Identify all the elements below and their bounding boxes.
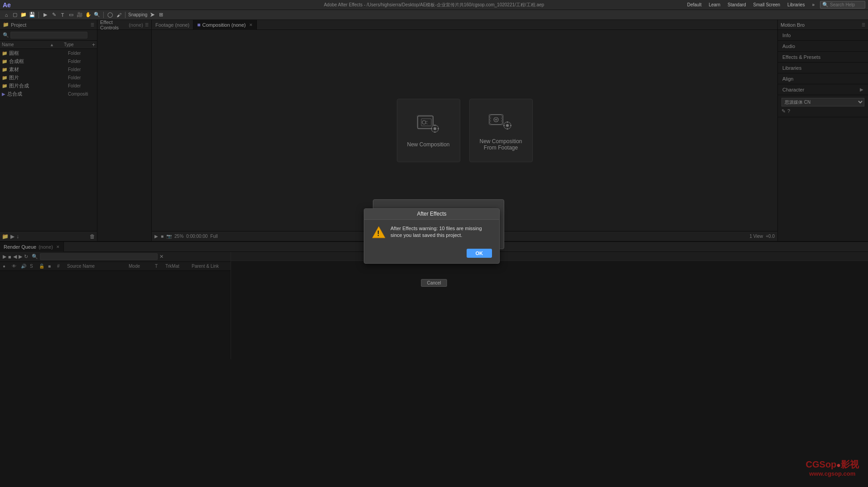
- divider-1: [39, 12, 39, 18]
- dialog-overlay: Open Project After Effects ! After Effec…: [0, 20, 868, 487]
- svg-text:!: !: [377, 230, 379, 237]
- brush-icon[interactable]: 🖌: [115, 11, 122, 19]
- cancel-area: Cancel: [421, 280, 447, 285]
- workspace-learn[interactable]: Learn: [707, 2, 722, 8]
- workspace-standard[interactable]: Standard: [726, 2, 748, 8]
- divider-3: [125, 12, 125, 18]
- warning-icon: !: [371, 225, 386, 240]
- search-icon: 🔍: [822, 2, 829, 8]
- camera-icon[interactable]: 🎥: [76, 11, 83, 19]
- workspace-area: Default Learn Standard Small Screen Libr…: [685, 1, 865, 9]
- search-bar[interactable]: 🔍: [820, 1, 865, 9]
- ae-dialog-title: After Effects: [417, 211, 446, 217]
- toolbar: ⌂ ▢ 📁 💾 ▶ ✎ T ▭ 🎥 ✋ 🔍 ◯ 🖌 Snapping ⮞ ⊞: [0, 10, 868, 20]
- snap-toggle[interactable]: ⮞: [149, 11, 156, 19]
- home-icon[interactable]: ⌂: [3, 11, 10, 19]
- snapping-label: Snapping: [128, 12, 147, 17]
- ok-button[interactable]: OK: [467, 249, 492, 258]
- ae-dialog-body: ! After Effects warning: 10 files are mi…: [364, 220, 499, 245]
- app-logo-icon: Ae: [3, 1, 11, 9]
- divider-2: [103, 12, 104, 18]
- ae-dialog-titlebar: After Effects: [364, 209, 499, 220]
- workspace-overflow[interactable]: »: [810, 2, 816, 8]
- shape-icon[interactable]: ▭: [68, 11, 75, 19]
- workspace-libraries[interactable]: Libraries: [786, 2, 806, 8]
- hand-icon[interactable]: ✋: [85, 11, 92, 19]
- new-icon[interactable]: ▢: [11, 11, 19, 19]
- select-icon[interactable]: ▶: [42, 11, 49, 19]
- save-icon[interactable]: 💾: [29, 11, 36, 19]
- pen-icon[interactable]: ✎: [50, 11, 58, 19]
- workspace-default[interactable]: Default: [685, 2, 704, 8]
- ae-dialog-footer: OK: [364, 245, 499, 263]
- cancel-label[interactable]: Cancel: [421, 279, 447, 287]
- after-effects-dialog: After Effects ! After Effects warning: 1…: [364, 208, 500, 264]
- workspace-small-screen[interactable]: Small Screen: [752, 2, 782, 8]
- dialog-stack: Open Project After Effects ! After Effec…: [364, 199, 504, 272]
- ae-dialog-message: After Effects warning: 10 files are miss…: [391, 225, 492, 239]
- mask-icon[interactable]: ◯: [106, 11, 114, 19]
- proportional-grid-icon[interactable]: ⊞: [157, 11, 164, 19]
- app-title: Adobe After Effects - /Users/highsierra/…: [324, 2, 544, 8]
- open-icon[interactable]: 📁: [20, 11, 27, 19]
- search-input[interactable]: [830, 2, 866, 7]
- zoom-icon[interactable]: 🔍: [93, 11, 101, 19]
- text-icon[interactable]: T: [59, 11, 66, 19]
- title-bar: Ae Adobe After Effects - /Users/highsier…: [0, 0, 868, 10]
